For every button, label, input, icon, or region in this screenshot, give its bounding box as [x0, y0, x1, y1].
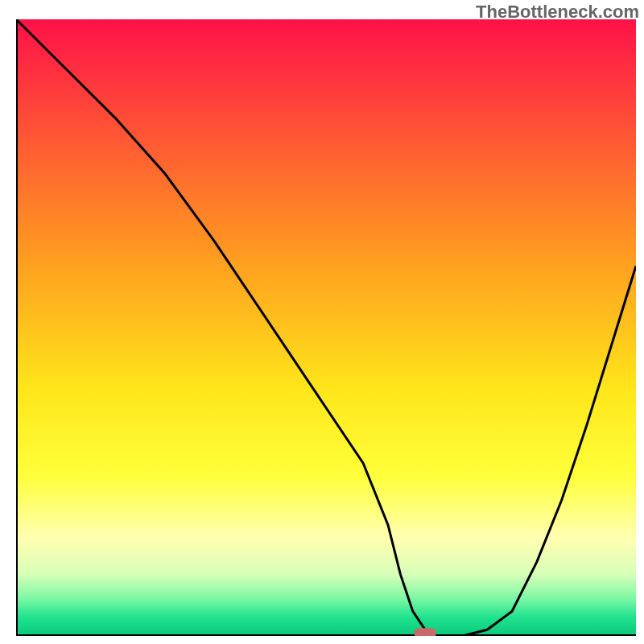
watermark-text: TheBottleneck.com	[476, 2, 639, 23]
bottleneck-chart	[16, 19, 636, 636]
chart-svg	[16, 19, 636, 636]
optimal-point-marker	[414, 628, 436, 636]
